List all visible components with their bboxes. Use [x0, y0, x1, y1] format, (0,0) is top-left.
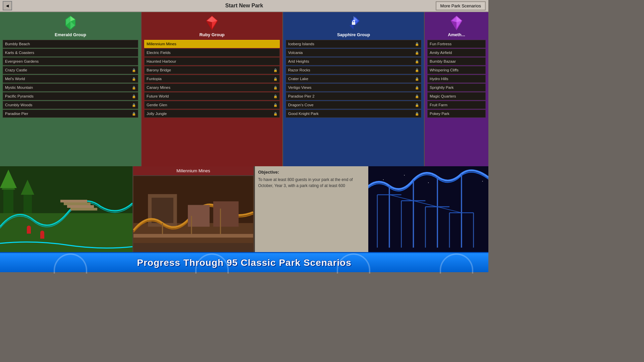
lock-icon: 🔒 [132, 68, 136, 72]
ruby-group-column: Ruby Group Millennium Mines Electric Fie… [142, 12, 283, 166]
scenario-pacific-pyramids[interactable]: Pacific Pyramids🔒 [3, 92, 138, 100]
svg-rect-41 [368, 171, 489, 247]
svg-rect-36 [133, 234, 253, 238]
svg-rect-25 [70, 208, 97, 210]
lock-icon: 🔒 [273, 77, 277, 81]
scenario-fruit-farm[interactable]: Fruit Farm [427, 101, 486, 109]
emerald-gem-icon [62, 15, 78, 31]
back-button[interactable]: ◄ [3, 1, 12, 10]
scenario-volcania[interactable]: Volcania🔒 [286, 49, 421, 57]
amethyst-group-title-partial: Ameth... [448, 32, 465, 37]
lock-icon: 🔒 [273, 112, 277, 116]
scenario-funtopia[interactable]: Funtopia🔒 [144, 75, 280, 83]
scenario-iceberg-islands[interactable]: Iceberg Islands🔒 [286, 40, 421, 48]
scenario-razor-rocks[interactable]: Razor Rocks🔒 [286, 66, 421, 74]
scenario-crater-lake[interactable]: Crater Lake🔒 [286, 75, 421, 83]
ruby-group-header: Ruby Group [144, 15, 280, 37]
scenario-amity-airfield[interactable]: Amity Airfield [427, 49, 486, 57]
lock-icon: 🔒 [132, 86, 136, 89]
svg-rect-35 [213, 201, 239, 227]
svg-marker-10 [350, 24, 354, 29]
center-preview: Millennium Mines [132, 166, 254, 252]
svg-rect-37 [133, 243, 253, 252]
lock-icon: 🔒 [273, 103, 277, 107]
lock-icon: 🔒 [415, 77, 419, 81]
scenario-millennium-mines[interactable]: Millennium Mines [144, 40, 280, 48]
svg-point-29 [40, 231, 44, 235]
bottom-banner-text: Progress Through 95 Classic Park Scenari… [137, 257, 352, 268]
scenario-crazy-castle[interactable]: Crazy Castle🔒 [3, 66, 138, 74]
lock-icon: 🔒 [132, 103, 136, 107]
scenario-evergreen-gardens[interactable]: Evergreen Gardens [3, 57, 138, 65]
scenario-dragons-cove[interactable]: Dragon's Cove🔒 [286, 101, 421, 109]
right-preview-art [368, 166, 489, 252]
more-scenarios-button[interactable]: More Park Scenarios [436, 1, 486, 10]
title-bar: ◄ Start New Park More Park Scenarios [0, 0, 488, 12]
scenario-pokey-park[interactable]: Pokey Park [427, 110, 486, 118]
ruby-scenario-list: Millennium Mines Electric Fields Haunted… [144, 40, 280, 118]
lock-icon: 🔒 [415, 112, 419, 116]
scenario-paradise-pier-2[interactable]: Paradise Pier 2🔒 [286, 92, 421, 100]
sapphire-group-header: Sapphire Group [286, 15, 421, 37]
lock-icon: 🔒 [415, 68, 419, 72]
scenario-paradise-pier[interactable]: Paradise Pier🔒 [3, 110, 138, 118]
scenario-future-world[interactable]: Future World🔒 [144, 92, 280, 100]
svg-point-46 [482, 181, 483, 182]
scenario-electric-fields[interactable]: Electric Fields [144, 49, 280, 57]
emerald-group-column: Emerald Group Bumbly Beach Karts & Coast… [0, 12, 142, 166]
svg-point-42 [383, 179, 383, 180]
emerald-group-header: Emerald Group [3, 15, 138, 37]
objective-label: Objective: [258, 170, 365, 175]
svg-rect-20 [23, 193, 32, 213]
millennium-mines-art [133, 176, 254, 252]
scenario-mystic-mountain[interactable]: Mystic Mountain🔒 [3, 83, 138, 92]
lock-icon: 🔒 [415, 42, 419, 46]
amethyst-group-header: Ameth... [427, 15, 486, 37]
scenario-gentle-glen[interactable]: Gentle Glen🔒 [144, 101, 280, 109]
scenario-bumbly-beach[interactable]: Bumbly Beach [3, 40, 138, 48]
svg-rect-23 [64, 202, 91, 205]
right-preview-screenshot [368, 166, 489, 252]
lock-icon: 🔒 [273, 86, 277, 89]
ruby-gem-icon [204, 15, 220, 31]
page-title: Start New Park [225, 3, 263, 9]
scenario-arid-heights[interactable]: Arid Heights🔒 [286, 57, 421, 65]
svg-rect-11 [352, 22, 355, 25]
scenario-vertigo-views[interactable]: Vertigo Views🔒 [286, 83, 421, 92]
scenario-fun-fortress[interactable]: Fun Fortress [427, 40, 486, 48]
scenario-magic-quarters[interactable]: Magic Quarters [427, 92, 486, 100]
lock-icon: 🔒 [415, 51, 419, 55]
scenario-crumbly-woods[interactable]: Crumbly Woods🔒 [3, 101, 138, 109]
lock-icon: 🔒 [415, 86, 419, 89]
scenario-canary-mines[interactable]: Canary Mines🔒 [144, 83, 280, 92]
scenario-hydro-hills[interactable]: Hydro Hills [427, 75, 486, 83]
lock-icon: 🔒 [415, 60, 419, 63]
scenario-good-knight-park[interactable]: Good Knight Park🔒 [286, 110, 421, 118]
sapphire-scenario-list: Iceberg Islands🔒 Volcania🔒 Arid Heights🔒… [286, 40, 421, 118]
svg-rect-16 [0, 213, 132, 252]
scenario-bumbly-bazaar[interactable]: Bumbly Bazaar [427, 57, 486, 65]
scenario-jolly-jungle[interactable]: Jolly Jungle🔒 [144, 110, 280, 118]
svg-rect-22 [60, 200, 87, 202]
scenario-karts-coasters[interactable]: Karts & Coasters [3, 49, 138, 57]
scenario-barony-bridge[interactable]: Barony Bridge🔒 [144, 66, 280, 74]
sapphire-group-column: Sapphire Group Iceberg Islands🔒 Volcania… [283, 12, 425, 166]
lock-icon: 🔒 [273, 95, 277, 98]
preview-scenario-name: Millennium Mines [133, 166, 254, 176]
svg-point-43 [404, 175, 405, 176]
amethyst-group-column: Ameth... Fun Fortress Amity Airfield Bum… [425, 12, 488, 166]
scenario-whispering-cliffs[interactable]: Whispering Cliffs [427, 66, 486, 74]
scenario-mels-world[interactable]: Mel's World🔒 [3, 75, 138, 83]
lock-icon: 🔒 [415, 95, 419, 98]
lock-icon: 🔒 [415, 103, 419, 107]
svg-rect-17 [3, 186, 13, 213]
scenario-haunted-harbour[interactable]: Haunted Harbour [144, 57, 280, 65]
amethyst-gem-icon [448, 15, 465, 31]
lock-icon: 🔒 [132, 77, 136, 81]
emerald-group-title: Emerald Group [55, 32, 86, 37]
left-preview-art [0, 166, 132, 252]
left-preview-screenshot [0, 166, 132, 252]
amethyst-scenario-list: Fun Fortress Amity Airfield Bumbly Bazaa… [427, 40, 486, 118]
scenario-sprightly-park[interactable]: Sprightly Park [427, 83, 486, 92]
preview-scenario-image [133, 176, 254, 252]
